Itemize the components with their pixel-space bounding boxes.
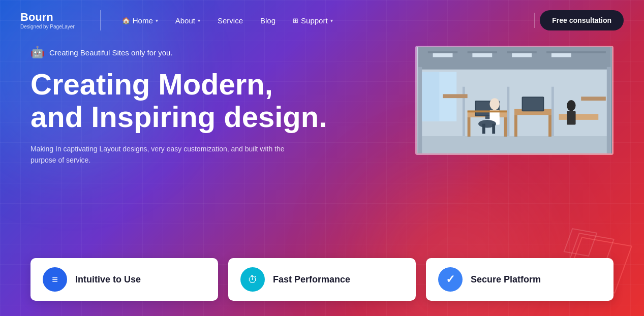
nav-links: 🏠 Home ▾ About ▾ Service Blog ⊞ Support … (116, 12, 530, 29)
nav-support-label: Support (301, 16, 328, 25)
nav-service-label: Service (218, 16, 243, 25)
secure-label: Secure Platform (471, 274, 541, 285)
svg-rect-35 (468, 110, 507, 112)
brand-divider (100, 10, 101, 30)
svg-point-33 (567, 100, 575, 111)
feature-card-performance[interactable]: ⏱ Fast Performance (228, 258, 416, 301)
svg-rect-39 (418, 136, 610, 153)
brand-subtitle: Designed by PageLayer (20, 24, 75, 29)
support-icon: ⊞ (293, 17, 298, 24)
svg-rect-25 (548, 115, 551, 137)
performance-label: Fast Performance (273, 274, 350, 285)
brand-name: Bourn (20, 11, 75, 23)
svg-rect-37 (482, 124, 485, 134)
brand: Bourn Designed by PageLayer (20, 11, 75, 29)
list-icon: ≡ (52, 274, 58, 286)
nav-home[interactable]: 🏠 Home ▾ (116, 12, 164, 29)
hero-title-line2: and Inspiring design. (30, 100, 327, 133)
nav-service[interactable]: Service (211, 12, 249, 29)
svg-rect-7 (576, 51, 606, 53)
nav-divider (534, 13, 535, 28)
cta-button[interactable]: Free consultation (540, 10, 624, 30)
svg-rect-8 (433, 53, 453, 57)
hero-image (415, 46, 614, 155)
nav-home-label: Home (133, 16, 153, 25)
intuitive-label: Intuitive to Use (75, 274, 141, 285)
support-arrow: ▾ (330, 18, 333, 23)
box-3d-3 (563, 228, 597, 257)
svg-rect-23 (504, 117, 507, 137)
intuitive-icon-wrap: ≡ (43, 267, 67, 292)
navbar: Bourn Designed by PageLayer 🏠 Home ▾ Abo… (0, 0, 644, 41)
svg-rect-34 (567, 111, 575, 124)
svg-rect-9 (472, 53, 492, 57)
svg-rect-38 (492, 124, 495, 134)
nav-blog-label: Blog (260, 16, 275, 25)
svg-rect-17 (507, 87, 509, 136)
home-arrow: ▾ (156, 18, 158, 23)
feature-card-secure[interactable]: ✓ Secure Platform (426, 258, 614, 301)
office-photo (417, 47, 612, 153)
hero-section: Bourn Designed by PageLayer 🏠 Home ▾ Abo… (0, 0, 644, 316)
hero-title: Creating Modern, and Inspiring design. (30, 68, 361, 133)
svg-point-31 (489, 98, 499, 110)
svg-rect-40 (443, 94, 468, 98)
feature-card-intuitive[interactable]: ≡ Intuitive to Use (30, 258, 218, 301)
svg-rect-3 (428, 51, 457, 53)
hero-title-line1: Creating Modern, (30, 68, 273, 101)
feature-cards: ≡ Intuitive to Use ⏱ Fast Performance ✓ … (30, 258, 614, 301)
about-arrow: ▾ (198, 18, 200, 23)
nav-blog[interactable]: Blog (254, 12, 282, 29)
svg-rect-15 (422, 72, 439, 121)
hero-left: 🤖 Creating Beautiful Sites only for you.… (30, 46, 361, 166)
svg-rect-18 (551, 87, 554, 136)
hero-badge: 🤖 Creating Beautiful Sites only for you. (30, 46, 361, 59)
speedometer-icon: ⏱ (248, 274, 258, 286)
performance-icon-wrap: ⏱ (240, 267, 265, 292)
badge-icon: 🤖 (30, 46, 44, 59)
svg-rect-28 (485, 116, 490, 119)
svg-rect-22 (468, 117, 471, 137)
svg-rect-10 (512, 53, 532, 57)
svg-rect-41 (581, 97, 606, 101)
svg-rect-21 (559, 114, 598, 120)
svg-rect-24 (514, 115, 517, 137)
hero-description: Making In captivating Layout designs, ve… (30, 143, 285, 166)
checkmark-icon: ✓ (446, 273, 455, 286)
badge-text: Creating Beautiful Sites only for you. (49, 48, 173, 57)
svg-rect-2 (418, 47, 610, 70)
svg-rect-30 (523, 98, 543, 110)
nav-about[interactable]: About ▾ (169, 12, 206, 29)
svg-rect-5 (507, 51, 536, 53)
nav-support[interactable]: ⊞ Support ▾ (287, 12, 339, 29)
svg-rect-4 (468, 51, 497, 53)
svg-rect-6 (546, 51, 576, 53)
secure-icon-wrap: ✓ (438, 267, 463, 292)
svg-rect-16 (463, 87, 465, 136)
nav-about-label: About (175, 16, 195, 25)
home-icon: 🏠 (122, 17, 130, 24)
svg-rect-11 (551, 53, 571, 57)
